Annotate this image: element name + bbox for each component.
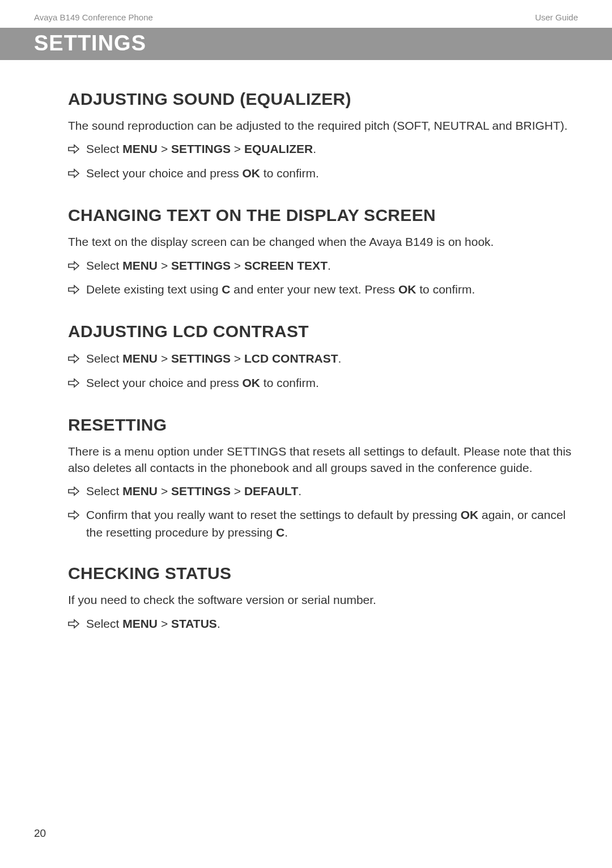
step-text: Delete existing text using C and enter y… (86, 281, 578, 298)
reset-step-2: Confirm that you really want to reset th… (68, 507, 578, 541)
section-status: CHECKING STATUS If you need to check the… (68, 564, 578, 633)
heading-status: CHECKING STATUS (68, 564, 578, 583)
document-page: Avaya B149 Conference Phone User Guide S… (0, 0, 612, 868)
arrow-icon (68, 616, 79, 633)
arrow-icon (68, 142, 79, 159)
heading-equalizer: ADJUSTING SOUND (EQUALIZER) (68, 90, 578, 109)
arrow-icon (68, 508, 79, 525)
arrow-icon (68, 484, 79, 501)
step-text: Select MENU > STATUS. (86, 615, 578, 632)
step-text: Select MENU > SETTINGS > EQUALIZER. (86, 141, 578, 158)
intro-status: If you need to check the software versio… (68, 592, 578, 608)
running-header: Avaya B149 Conference Phone User Guide (0, 0, 612, 28)
running-header-left: Avaya B149 Conference Phone (34, 12, 153, 22)
step-text: Select MENU > SETTINGS > SCREEN TEXT. (86, 257, 578, 274)
running-header-right: User Guide (535, 12, 578, 22)
equalizer-step-1: Select MENU > SETTINGS > EQUALIZER. (68, 141, 578, 159)
heading-screentext: CHANGING TEXT ON THE DISPLAY SCREEN (68, 206, 578, 225)
intro-screentext: The text on the display screen can be ch… (68, 234, 578, 250)
step-text: Select MENU > SETTINGS > LCD CONTRAST. (86, 350, 578, 367)
arrow-icon (68, 166, 79, 183)
step-text: Select your choice and press OK to confi… (86, 375, 578, 392)
content-area: ADJUSTING SOUND (EQUALIZER) The sound re… (0, 60, 612, 633)
section-lcd: ADJUSTING LCD CONTRAST Select MENU > SET… (68, 322, 578, 393)
section-reset: RESETTING There is a menu option under S… (68, 415, 578, 541)
intro-equalizer: The sound reproduction can be adjusted t… (68, 118, 578, 134)
section-equalizer: ADJUSTING SOUND (EQUALIZER) The sound re… (68, 90, 578, 183)
step-text: Select your choice and press OK to confi… (86, 165, 578, 182)
step-text: Confirm that you really want to reset th… (86, 507, 578, 541)
arrow-icon (68, 258, 79, 275)
status-step-1: Select MENU > STATUS. (68, 615, 578, 633)
lcd-step-2: Select your choice and press OK to confi… (68, 375, 578, 393)
section-screentext: CHANGING TEXT ON THE DISPLAY SCREEN The … (68, 206, 578, 299)
page-number: 20 (34, 827, 46, 840)
reset-step-1: Select MENU > SETTINGS > DEFAULT. (68, 483, 578, 501)
section-banner: SETTINGS (0, 28, 612, 60)
arrow-icon (68, 351, 79, 368)
screentext-step-2: Delete existing text using C and enter y… (68, 281, 578, 299)
step-text: Select MENU > SETTINGS > DEFAULT. (86, 483, 578, 500)
heading-lcd: ADJUSTING LCD CONTRAST (68, 322, 578, 341)
equalizer-step-2: Select your choice and press OK to confi… (68, 165, 578, 183)
lcd-step-1: Select MENU > SETTINGS > LCD CONTRAST. (68, 350, 578, 368)
arrow-icon (68, 282, 79, 299)
arrow-icon (68, 376, 79, 393)
screentext-step-1: Select MENU > SETTINGS > SCREEN TEXT. (68, 257, 578, 275)
heading-reset: RESETTING (68, 415, 578, 435)
intro-reset: There is a menu option under SETTINGS th… (68, 444, 578, 476)
